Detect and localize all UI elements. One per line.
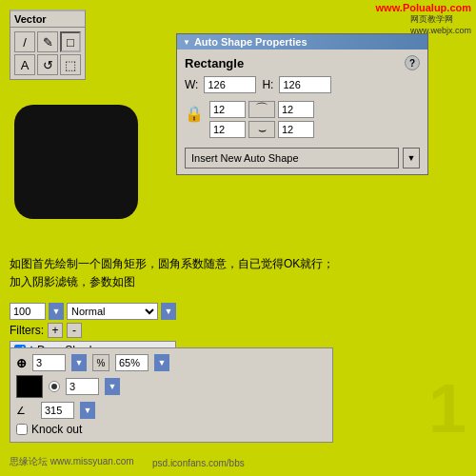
ds-move-icon: ⊕ (16, 356, 27, 370)
ds-angle-arrow[interactable]: ▼ (80, 402, 95, 419)
remove-filter-button[interactable]: - (67, 323, 82, 338)
line-tool-btn[interactable]: / (14, 31, 35, 52)
select-tool-btn[interactable]: ⬚ (60, 54, 81, 75)
footer-right: psd.iconfans.com/bbs (152, 458, 245, 468)
shape-label: Rectangle ? (185, 55, 420, 70)
corner-bl-input[interactable] (209, 121, 246, 138)
panel-body: Rectangle ? W: H: 🔒 ⌒ ⌣ (177, 50, 427, 174)
ds-y-arrow[interactable]: ▼ (105, 378, 120, 395)
panel-titlebar: ▼ Auto Shape Properties (177, 34, 427, 50)
knockout-row: Knock out (16, 423, 327, 436)
footer-left: 思缘论坛 www.missyuan.com (10, 455, 134, 468)
help-button[interactable]: ? (405, 55, 420, 70)
ds-angle-icon: ∠ (16, 405, 35, 417)
ds-x-arrow[interactable]: ▼ (71, 354, 87, 371)
vector-panel-title: Vector (10, 11, 85, 28)
lock-icon[interactable]: 🔒 (185, 105, 204, 123)
ds-color-row: ▼ (16, 375, 327, 398)
shape-preview (14, 105, 138, 219)
blend-mode-arrow[interactable]: ▼ (161, 303, 176, 320)
ds-percent-input[interactable] (115, 354, 149, 371)
page-number: 1 (428, 369, 466, 447)
ds-percent-arrow[interactable]: ▼ (154, 354, 169, 371)
ds-percent-icon: % (92, 354, 109, 371)
corner-tl-icon: ⌒ (248, 101, 275, 118)
corner-br-input[interactable] (278, 121, 314, 138)
width-input[interactable] (204, 76, 256, 93)
description-text: 如图首先绘制一个圆角矩形，圆角系数随意，自已觉得OK就行； 加入阴影滤镜，参数如… (10, 255, 334, 291)
ds-radio-button[interactable] (49, 381, 60, 392)
height-input[interactable] (279, 76, 331, 93)
ds-xy-row: ⊕ ▼ % ▼ (16, 354, 327, 371)
ds-x-input[interactable] (32, 354, 66, 371)
opacity-row: ▼ Normal ▼ (10, 303, 176, 320)
watermark-text: www.Polualup.com (376, 2, 471, 13)
corner-tr-input[interactable] (278, 101, 314, 118)
corner-tl-input[interactable] (209, 101, 246, 118)
ds-angle-input[interactable] (41, 402, 74, 419)
opacity-dropdown-arrow[interactable]: ▼ (49, 303, 64, 320)
ds-y-input[interactable] (66, 378, 99, 395)
knockout-label: Knock out (31, 423, 82, 436)
corner-section: 🔒 ⌒ ⌣ (185, 101, 420, 138)
filters-label-row: Filters: + - (10, 323, 176, 338)
text-tool-btn[interactable]: A (14, 54, 35, 75)
insert-row: Insert New Auto Shape ▼ (185, 148, 420, 169)
insert-new-auto-shape-button[interactable]: Insert New Auto Shape (185, 148, 399, 169)
drop-shadow-panel: ⊕ ▼ % ▼ ▼ ∠ ▼ Knock out (10, 347, 333, 443)
pen-tool-btn[interactable]: ✎ (37, 31, 58, 52)
ds-angle-row: ∠ ▼ (16, 402, 327, 419)
height-label: H: (262, 78, 273, 91)
filters-label: Filters: (10, 324, 44, 337)
add-filter-button[interactable]: + (48, 323, 63, 338)
width-label: W: (185, 78, 198, 91)
ds-color-swatch[interactable] (16, 375, 43, 398)
panel-title: Auto Shape Properties (194, 36, 307, 48)
auto-shape-panel: ▼ Auto Shape Properties Rectangle ? W: H… (176, 33, 428, 175)
opacity-input[interactable] (10, 303, 46, 320)
wh-row: W: H: (185, 76, 420, 93)
blend-mode-select[interactable]: Normal (67, 303, 158, 320)
knockout-checkbox[interactable] (16, 424, 28, 435)
panel-triangle-icon: ▼ (183, 38, 190, 47)
corner-bl-icon: ⌣ (248, 121, 275, 138)
vector-panel: Vector / ✎ □ A ↺ ⬚ (10, 10, 86, 80)
rect-tool-btn[interactable]: □ (60, 31, 81, 52)
rotate-tool-btn[interactable]: ↺ (37, 54, 58, 75)
vector-tools: / ✎ □ A ↺ ⬚ (10, 28, 85, 79)
insert-dropdown-arrow[interactable]: ▼ (403, 148, 420, 169)
watermark-text2: 网页教学网 www.webjx.com (410, 13, 471, 35)
